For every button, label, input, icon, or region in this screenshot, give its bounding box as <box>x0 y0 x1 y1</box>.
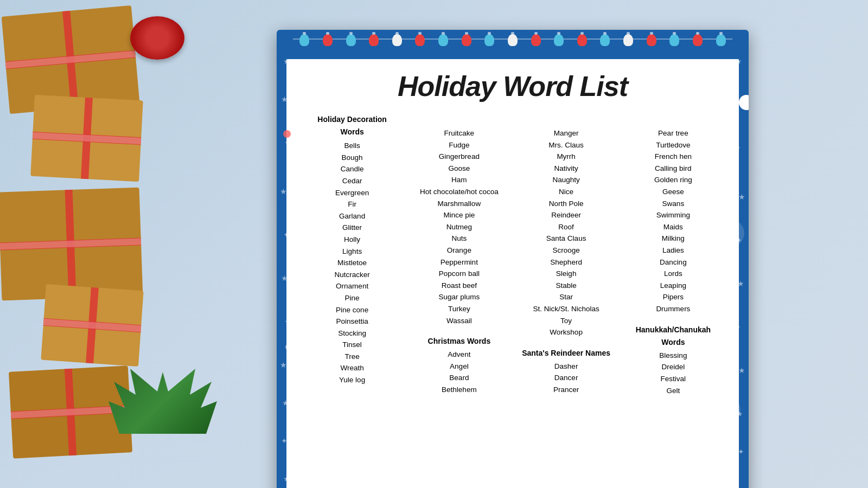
list-item: Mistletoe <box>303 257 401 269</box>
light-bulb <box>299 34 309 46</box>
list-item: Candle <box>303 163 401 175</box>
list-item: Toy <box>517 315 616 327</box>
list-item: Turkey <box>410 303 508 315</box>
list-item: Hot chocolate/hot cocoa <box>410 186 508 198</box>
list-item: Yule log <box>303 374 401 386</box>
list-item: Mince pie <box>410 209 508 221</box>
list-item: Beard <box>410 372 508 384</box>
list-item: Dancing <box>624 256 723 268</box>
list-item: Stocking <box>303 328 401 339</box>
list-item: Tree <box>303 351 401 363</box>
list-item: Scrooge <box>517 245 616 256</box>
list-item: Fir <box>303 198 401 210</box>
list-item: Leaping <box>624 280 723 292</box>
list-item: Advent <box>410 349 508 361</box>
star-icon: ★ <box>738 192 745 201</box>
word-list-columns: Holiday DecorationWords Bells Bough Cand… <box>303 113 723 396</box>
list-item: Marshmallow <box>410 198 508 210</box>
list-item: Sugar plums <box>410 291 508 303</box>
list-item: Star <box>517 291 616 303</box>
col-header-decoration: Holiday DecorationWords <box>303 113 401 138</box>
list-item: Lights <box>303 246 401 258</box>
list-item: Popcorn ball <box>410 268 508 280</box>
light-bulb <box>323 34 333 46</box>
list-item: Bough <box>303 152 401 164</box>
list-item: Roof <box>517 221 616 233</box>
column-food: Fruitcake Fudge Gingerbread Goose Ham Ho… <box>410 113 508 396</box>
list-item: French hen <box>624 151 723 163</box>
list-item: Shepherd <box>517 256 616 268</box>
list-item: Gelt <box>624 385 723 397</box>
list-item: Holly <box>303 234 401 246</box>
list-item: Dasher <box>517 361 616 373</box>
list-item: Festival <box>624 373 723 385</box>
twine-spool <box>130 16 184 60</box>
list-item: North Pole <box>517 198 616 210</box>
list-item: Roast beef <box>410 280 508 292</box>
list-item: Tinsel <box>303 339 401 351</box>
light-bulb <box>531 34 541 46</box>
light-bulb <box>716 34 726 46</box>
list-item: Garland <box>303 210 401 222</box>
gift-area <box>0 0 282 488</box>
list-item: Maids <box>624 221 723 233</box>
col-header-christmas <box>517 113 616 126</box>
light-bulb <box>647 34 656 46</box>
list-item: Pine cone <box>303 304 401 316</box>
list-item: Glitter <box>303 222 401 234</box>
list-item: Fudge <box>410 139 508 151</box>
list-item: Peppermint <box>410 256 508 268</box>
list-item: Orange <box>410 245 508 256</box>
light-bulb <box>484 34 494 46</box>
list-item: Nice <box>517 186 616 198</box>
light-bulb <box>415 34 425 46</box>
document-outer: ★ ★ ✦ ★ ✦ ★ ✦ ★ ★ ✦ ★ ★ ✦ ★ ★ ✦ ★ ✦ ★ ★ … <box>277 30 749 488</box>
list-item: Golden ring <box>624 174 723 186</box>
list-item: Drummers <box>624 303 723 315</box>
list-item: Evergreen <box>303 187 401 199</box>
gift-box-2 <box>30 95 143 182</box>
light-bulb <box>462 34 471 46</box>
list-item: Naughty <box>517 174 616 186</box>
list-item: Mrs. Claus <box>517 139 616 151</box>
list-item: Geese <box>624 186 723 198</box>
list-item: Calling bird <box>624 163 723 175</box>
light-bulb <box>369 34 379 46</box>
star-icon: ★ <box>738 366 745 375</box>
gift-box-4 <box>41 284 143 367</box>
column-12days: Pear tree Turtledove French hen Calling … <box>624 113 723 396</box>
list-item: Dancer <box>517 372 616 384</box>
list-item: Goose <box>410 163 508 175</box>
list-item: Ladies <box>624 245 723 256</box>
list-item: Myrrh <box>517 151 616 163</box>
list-item: Nutcracker <box>303 269 401 281</box>
section-header-reindeer: Santa's Reindeer Names <box>517 347 616 359</box>
list-item: Pipers <box>624 291 723 303</box>
list-item: St. Nick/St. Nicholas <box>517 303 616 315</box>
list-item: Milking <box>624 233 723 245</box>
light-bulb <box>623 34 633 46</box>
list-item: Nativity <box>517 163 616 175</box>
list-item: Cedar <box>303 175 401 187</box>
list-item: Ham <box>410 174 508 186</box>
list-item: Swans <box>624 198 723 210</box>
column-decoration: Holiday DecorationWords Bells Bough Cand… <box>303 113 401 396</box>
list-item: Reindeer <box>517 209 616 221</box>
list-item: Nuts <box>410 233 508 245</box>
list-item: Wreath <box>303 362 401 374</box>
list-item: Dreidel <box>624 361 723 373</box>
list-item: Ornament <box>303 280 401 292</box>
list-item: Workshop <box>517 326 616 338</box>
list-item: Bells <box>303 140 401 152</box>
list-item: Bethlehem <box>410 384 508 396</box>
column-christmas: Manger Mrs. Claus Myrrh Nativity Naughty… <box>517 113 616 396</box>
light-bulb <box>392 34 402 46</box>
light-bulb <box>669 34 679 46</box>
list-item: Pear tree <box>624 127 723 139</box>
document-container: ★ ★ ✦ ★ ✦ ★ ✦ ★ ★ ✦ ★ ★ ✦ ★ ★ ✦ ★ ✦ ★ ★ … <box>277 30 749 488</box>
list-item: Gingerbread <box>410 151 508 163</box>
list-item: Blessing <box>624 350 723 362</box>
list-item: Prancer <box>517 384 616 396</box>
list-item: Manger <box>517 127 616 139</box>
document-title: Holiday Word List <box>303 70 723 102</box>
